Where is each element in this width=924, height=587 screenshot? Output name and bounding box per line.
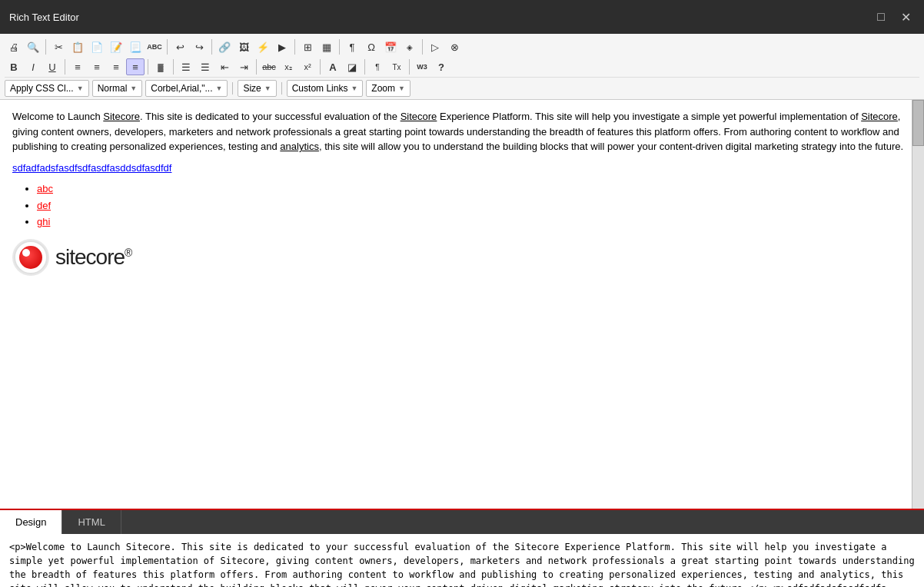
custom-links-label: Custom Links: [292, 83, 348, 94]
list-unordered-button[interactable]: ☰: [177, 58, 195, 75]
superscript-button[interactable]: x²: [298, 58, 317, 75]
indent-more-button[interactable]: ⇥: [234, 58, 253, 75]
list-item-ghi-text: ghi: [37, 216, 50, 227]
title-bar: Rich Text Editor □ ✕: [0, 0, 924, 34]
toolbar-sep-10: [256, 59, 257, 75]
undo-button[interactable]: ↩: [171, 38, 189, 55]
underline-button[interactable]: U: [43, 58, 61, 75]
sitecore-link-1[interactable]: Sitecore: [103, 111, 140, 122]
sitecore-name: sitecore: [55, 245, 125, 269]
sitecore-logo-text: sitecore®: [55, 241, 131, 274]
play-button[interactable]: ▷: [426, 38, 444, 55]
font-label: Corbel,Arial,"...: [151, 83, 212, 94]
toolbar-sep-3: [211, 39, 212, 55]
sitecore-logo: sitecore®: [12, 239, 906, 276]
justify-button[interactable]: ≡: [126, 58, 145, 75]
insert-link-button[interactable]: 🔗: [215, 38, 234, 55]
cut-button[interactable]: ✂: [49, 38, 68, 55]
title-bar-controls: □ ✕: [872, 8, 915, 26]
css-class-arrow: ▼: [77, 85, 84, 92]
editor-text: Welcome to Launch Sitecore. This site is…: [12, 109, 906, 276]
custom-links-arrow: ▼: [351, 85, 357, 92]
insert-image-button[interactable]: 🖼: [234, 38, 253, 55]
find-button[interactable]: 🔍: [24, 38, 42, 55]
italic-button[interactable]: I: [24, 58, 42, 75]
zoom-dropdown[interactable]: Zoom ▼: [366, 80, 410, 97]
copy-button[interactable]: 📋: [68, 38, 87, 55]
print-button[interactable]: 🖨: [5, 38, 23, 55]
toolbar-row-1: 🖨 🔍 ✂ 📋 📄 📝 📃 ABC ↩ ↪ 🔗 🖼 ⚡ ▶ ⊞ ▦ ¶ Ω 📅 …: [5, 37, 919, 57]
size-dropdown[interactable]: Size ▼: [238, 80, 276, 97]
list-item-abc: abc: [37, 181, 906, 197]
list-ordered-button[interactable]: ☰: [196, 58, 214, 75]
indent-less-button[interactable]: ⇤: [215, 58, 234, 75]
size-arrow: ▼: [264, 85, 271, 92]
table-button[interactable]: ⊞: [298, 38, 317, 55]
format-sep-2: [281, 82, 282, 95]
font-dropdown[interactable]: Corbel,Arial,"... ▼: [145, 80, 228, 97]
custom-links-dropdown[interactable]: Custom Links ▼: [287, 80, 364, 97]
flash-button[interactable]: ⚡: [254, 38, 272, 55]
registered-mark: ®: [125, 246, 131, 258]
toolbar-area: 🖨 🔍 ✂ 📋 📄 📝 📃 ABC ↩ ↪ 🔗 🖼 ⚡ ▶ ⊞ ▦ ¶ Ω 📅 …: [0, 34, 924, 100]
bg-color-button[interactable]: ◪: [343, 58, 361, 75]
sitecore-insert-button[interactable]: ◈: [401, 38, 419, 55]
highlight-button[interactable]: ▓: [151, 58, 170, 75]
remove-format-button[interactable]: Tx: [387, 58, 406, 75]
align-center-button[interactable]: ≡: [88, 58, 106, 75]
paste-word-button[interactable]: 📃: [126, 38, 145, 55]
help-button[interactable]: ?: [432, 58, 450, 75]
insert-char-button[interactable]: Ω: [362, 38, 381, 55]
toolbar-sep-13: [409, 59, 410, 75]
list-item-def: def: [37, 198, 906, 214]
paragraph-label: Normal: [98, 83, 128, 94]
minimize-button[interactable]: □: [872, 8, 890, 26]
title-bar-left: Rich Text Editor: [9, 12, 79, 23]
insert-media-button[interactable]: ▶: [273, 38, 291, 55]
table-ops-button[interactable]: ▦: [317, 38, 336, 55]
css-class-dropdown[interactable]: Apply CSS Cl... ▼: [5, 80, 89, 97]
tab-html[interactable]: HTML: [62, 510, 121, 534]
size-label: Size: [243, 83, 261, 94]
paste-button[interactable]: 📄: [88, 38, 106, 55]
tab-design[interactable]: Design: [0, 510, 62, 534]
list-item-ghi: ghi: [37, 214, 906, 230]
subscript-button[interactable]: x₂: [279, 58, 297, 75]
toolbar-sep-1: [45, 39, 46, 55]
paragraph-dropdown[interactable]: Normal ▼: [92, 80, 143, 97]
close-button[interactable]: ✕: [896, 8, 915, 26]
toolbar-sep-4: [294, 39, 295, 55]
source-button[interactable]: W3: [413, 58, 431, 75]
title-bar-title: Rich Text Editor: [9, 12, 79, 23]
align-left-button[interactable]: ≡: [68, 58, 87, 75]
toolbar-sep-12: [364, 59, 365, 75]
bold-button[interactable]: B: [5, 58, 23, 75]
editor-content[interactable]: Welcome to Launch Sitecore. This site is…: [0, 100, 924, 509]
sitecore-dot-icon: [19, 246, 42, 269]
tab-bar: Design HTML: [0, 509, 924, 534]
editor-scrollbar[interactable]: [912, 100, 924, 509]
sitecore-link-2[interactable]: Sitecore: [401, 111, 437, 122]
paste-text-button[interactable]: 📝: [107, 38, 125, 55]
toolbar-row-2: B I U ≡ ≡ ≡ ≡ ▓ ☰ ☰ ⇤ ⇥ abc x₂ x² A ◪ ¶ …: [5, 57, 919, 77]
html-content: <p>Welcome to Launch Sitecore. This site…: [9, 542, 915, 587]
sitecore-logo-icon: [14, 240, 48, 274]
stop-button[interactable]: ⊗: [445, 38, 464, 55]
list-item-abc-text: abc: [37, 183, 53, 194]
garbled-link[interactable]: sdfadfadsfasdfsdfasdfasddsdfasdfdf: [12, 162, 171, 174]
strikethrough-button[interactable]: abc: [260, 58, 278, 75]
redo-button[interactable]: ↪: [190, 38, 208, 55]
editor-scrollbar-thumb: [912, 100, 924, 146]
date-button[interactable]: 📅: [381, 38, 400, 55]
bullet-list: abc def ghi: [37, 181, 906, 230]
analytics-link[interactable]: analytics: [280, 141, 319, 152]
sitecore-link-3[interactable]: Sitecore: [861, 111, 898, 122]
font-color-button[interactable]: A: [324, 58, 342, 75]
align-right-button[interactable]: ≡: [107, 58, 125, 75]
show-blocks-button[interactable]: ¶: [343, 38, 361, 55]
zoom-arrow: ▼: [398, 85, 405, 92]
list-item-def-text: def: [37, 200, 51, 211]
editor-wrapper: Welcome to Launch Sitecore. This site is…: [0, 100, 924, 509]
spellcheck-button[interactable]: ABC: [145, 38, 164, 55]
styles-button[interactable]: ¶: [368, 58, 387, 75]
